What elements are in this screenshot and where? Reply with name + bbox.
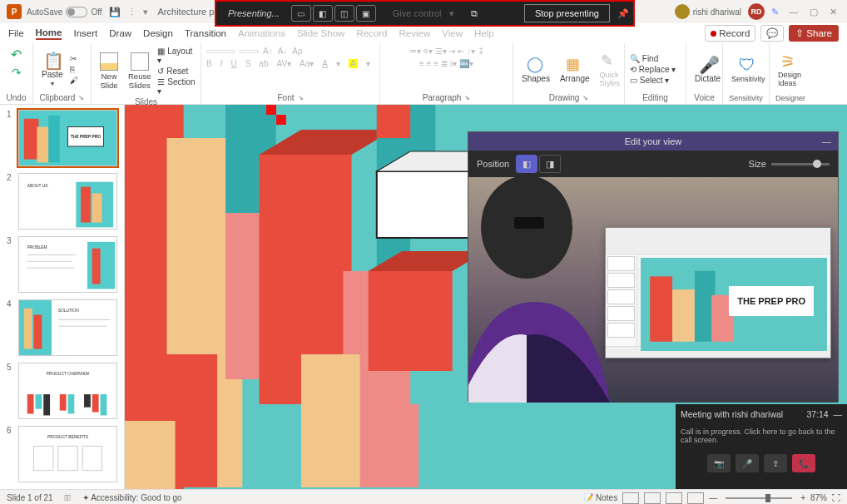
- pen-icon[interactable]: ✎: [771, 7, 779, 17]
- minimize-icon[interactable]: —: [822, 132, 831, 151]
- svg-rect-33: [92, 394, 99, 412]
- svg-rect-28: [35, 394, 42, 409]
- slide-counter[interactable]: Slide 1 of 21: [7, 493, 53, 502]
- zoom-in[interactable]: +: [800, 493, 805, 502]
- thumb-5[interactable]: PRODUCT OVERVIEW: [18, 363, 117, 419]
- tab-animations[interactable]: Animations: [238, 28, 285, 38]
- svg-rect-16: [87, 242, 115, 289]
- share-screen-icon[interactable]: ⇪: [764, 454, 787, 472]
- thumb-3[interactable]: PROBLEM: [18, 236, 117, 293]
- tab-draw[interactable]: Draw: [109, 28, 131, 38]
- user-account[interactable]: rishi dhariwal: [675, 4, 741, 19]
- size-slider[interactable]: [771, 163, 830, 166]
- svg-rect-27: [27, 394, 34, 413]
- edit-your-view-panel: Edit your view — Position ◧ ◨ Size: [468, 131, 839, 402]
- arrange-icon: ▦: [566, 55, 584, 73]
- select-button[interactable]: ▭ Select ▾: [630, 76, 676, 85]
- layout-btn-3[interactable]: ◫: [334, 5, 354, 22]
- tab-review[interactable]: Review: [399, 28, 431, 38]
- tab-help[interactable]: Help: [474, 28, 494, 38]
- user-avatar[interactable]: RD: [748, 3, 765, 20]
- arrange-button[interactable]: ▦Arrange: [557, 53, 593, 85]
- svg-rect-29: [43, 394, 50, 415]
- layout-btn-2[interactable]: ◧: [313, 5, 333, 22]
- svg-rect-17: [92, 249, 101, 284]
- sensitivity-button[interactable]: 🛡Sensitivity: [728, 54, 769, 85]
- tab-insert[interactable]: Insert: [73, 28, 97, 38]
- notes-button[interactable]: 📝 Notes: [583, 493, 617, 502]
- record-button[interactable]: Record: [705, 25, 755, 42]
- svg-rect-20: [24, 309, 32, 349]
- close-button[interactable]: ✕: [830, 7, 837, 17]
- tab-record[interactable]: Record: [356, 28, 387, 38]
- undo-icon[interactable]: ↶: [11, 47, 22, 62]
- fit-button[interactable]: ⛶: [832, 493, 840, 502]
- tab-home[interactable]: Home: [36, 27, 62, 40]
- format-painter-icon[interactable]: 🖌: [70, 76, 78, 85]
- sorter-view-button[interactable]: [644, 492, 661, 504]
- accessibility-status[interactable]: ✦ Accessibility: Good to go: [82, 493, 182, 502]
- find-button[interactable]: 🔍 Find: [630, 54, 676, 63]
- popout-icon[interactable]: ⧉: [471, 8, 478, 19]
- position-left-button[interactable]: ◧: [516, 155, 537, 173]
- svg-text:PRODUCT BENEFITS: PRODUCT BENEFITS: [47, 435, 89, 439]
- new-slide-icon: [100, 52, 118, 71]
- zoom-slider[interactable]: [726, 497, 792, 499]
- pin-icon[interactable]: 📌: [613, 8, 633, 19]
- zoom-level[interactable]: 87%: [810, 493, 827, 502]
- tab-slideshow[interactable]: Slide Show: [297, 28, 345, 38]
- svg-rect-10: [92, 193, 102, 222]
- minimize-button[interactable]: —: [789, 7, 798, 17]
- share-button[interactable]: ⇧ Share: [789, 25, 839, 42]
- reset-button[interactable]: ↺ Reset: [157, 67, 196, 76]
- maximize-button[interactable]: ▢: [810, 7, 818, 17]
- svg-rect-60: [514, 217, 544, 229]
- slideshow-view-button[interactable]: [687, 492, 704, 504]
- save-icon[interactable]: 💾: [109, 7, 121, 17]
- zoom-out[interactable]: —: [709, 493, 717, 502]
- tab-file[interactable]: File: [8, 28, 24, 38]
- teams-presenting-bar: Presenting... ▭ ◧ ◫ ▣ Give control▾ ⧉ St…: [215, 0, 635, 27]
- ribbon: ↶ ↷ Undo 📋 Paste▾ ✂ ⎘ 🖌 Clipboard ↘ New …: [0, 43, 847, 105]
- reading-view-button[interactable]: [666, 492, 682, 504]
- cut-icon[interactable]: ✂: [70, 54, 78, 63]
- call-toast[interactable]: Meeting with rishi dhariwal 37:14 — Call…: [676, 404, 847, 489]
- give-control-dropdown[interactable]: Give control▾: [384, 8, 463, 19]
- tab-design[interactable]: Design: [143, 28, 173, 38]
- thumb-1[interactable]: THE PREP PRO: [18, 110, 117, 166]
- svg-rect-55: [369, 271, 453, 371]
- thumb-4[interactable]: SOLUTION: [18, 299, 117, 356]
- camera-icon[interactable]: 📷: [707, 454, 731, 472]
- copy-icon[interactable]: ⎘: [70, 65, 78, 74]
- editview-title: Edit your view —: [468, 132, 838, 151]
- new-slide-button[interactable]: New Slide: [97, 51, 121, 91]
- position-label: Position: [477, 159, 509, 169]
- stop-presenting-button[interactable]: Stop presenting: [524, 4, 610, 22]
- tab-transitions[interactable]: Transition: [185, 28, 226, 38]
- quick-styles-button[interactable]: ✎Quick Styles: [597, 50, 624, 89]
- autosave-toggle[interactable]: AutoSave Off: [27, 7, 102, 17]
- dictate-button[interactable]: 🎤Dictate: [691, 53, 724, 85]
- thumb-2[interactable]: ABOUT US: [18, 173, 117, 230]
- layout-btn-4[interactable]: ▣: [356, 5, 376, 22]
- svg-rect-3: [48, 116, 60, 163]
- comments-button[interactable]: 💬: [760, 25, 784, 42]
- layout-button[interactable]: ▦ Layout ▾: [157, 47, 196, 65]
- qat-dropdown[interactable]: ▾: [143, 7, 148, 17]
- tab-view[interactable]: View: [442, 28, 463, 38]
- paste-button[interactable]: 📋 Paste▾: [38, 49, 67, 89]
- shapes-button[interactable]: ◯Shapes: [518, 53, 553, 85]
- hangup-icon[interactable]: 📞: [792, 454, 815, 472]
- normal-view-button[interactable]: [622, 492, 639, 504]
- redo-icon[interactable]: ↷: [12, 66, 22, 79]
- position-right-button[interactable]: ◨: [539, 155, 561, 173]
- replace-button[interactable]: ⟲ Replace ▾: [630, 65, 676, 74]
- language-indicator[interactable]: �⃞: [65, 493, 71, 502]
- thumb-6[interactable]: PRODUCT BENEFITS: [18, 426, 117, 482]
- reuse-slides-button[interactable]: Reuse Slides: [125, 51, 154, 91]
- layout-btn-1[interactable]: ▭: [291, 5, 311, 22]
- slide-thumbnails[interactable]: 1 THE PREP PRO 2 ABOUT US 3 PROBLEM 4 SO…: [0, 105, 125, 489]
- section-button[interactable]: ☰ Section ▾: [157, 77, 196, 96]
- design-ideas-button[interactable]: ⚞Design Ideas: [775, 50, 805, 89]
- mic-off-icon[interactable]: 🎤: [736, 454, 759, 472]
